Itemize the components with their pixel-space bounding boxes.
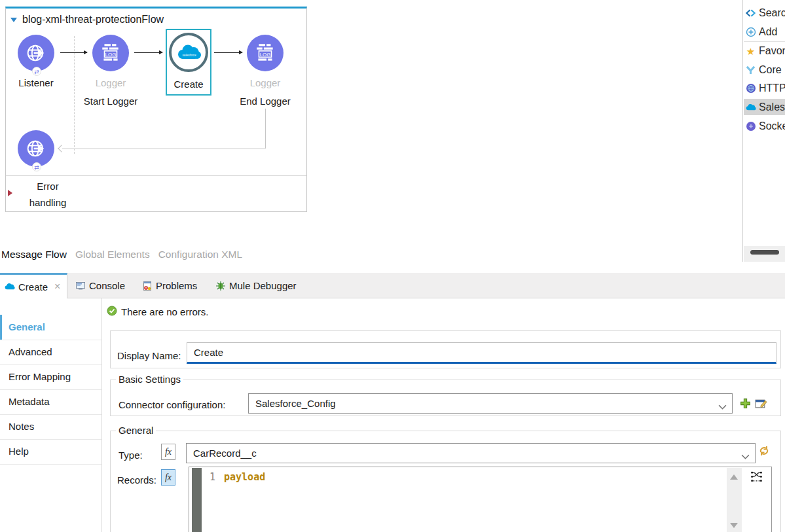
records-fx-toggle[interactable]: fx bbox=[161, 469, 175, 486]
chevron-down-icon bbox=[718, 401, 727, 412]
display-name-label: Display Name: bbox=[117, 350, 181, 361]
salesforce-cloud-icon: salesforce bbox=[175, 43, 202, 62]
nav-item-error-mapping[interactable]: Error Mapping bbox=[0, 364, 101, 389]
listener-node[interactable] bbox=[18, 35, 54, 71]
return-connector-line bbox=[265, 109, 266, 149]
tab-console[interactable]: Console bbox=[75, 280, 125, 291]
nav-item-help[interactable]: Help bbox=[0, 439, 101, 464]
logger-icon: LOG bbox=[253, 41, 277, 65]
salesforce-icon bbox=[4, 283, 15, 291]
palette-item-add-modules[interactable]: Add bbox=[745, 24, 785, 40]
refresh-icon bbox=[758, 445, 770, 457]
end-logger-node[interactable]: LOG bbox=[247, 35, 283, 71]
palette-item-search[interactable]: Search bbox=[745, 5, 785, 21]
tab-message-flow[interactable]: Message Flow bbox=[1, 249, 67, 260]
no-errors-icon bbox=[107, 306, 117, 316]
flow-arrow bbox=[214, 52, 242, 53]
tab-configuration-xml[interactable]: Configuration XML bbox=[158, 249, 242, 260]
nav-item-metadata[interactable]: Metadata bbox=[0, 389, 101, 414]
flow-arrow bbox=[60, 52, 87, 53]
records-label: Records: bbox=[117, 474, 156, 486]
tab-create[interactable]: Create × bbox=[0, 273, 67, 298]
nav-item-general[interactable]: General bbox=[0, 315, 101, 340]
records-expression-editor[interactable]: 1 payload bbox=[189, 467, 772, 532]
svg-text:LOG: LOG bbox=[260, 52, 271, 58]
flow-header: blog-xml-threat-protectionFlow bbox=[10, 14, 164, 26]
palette-scrollbar-track[interactable] bbox=[744, 246, 785, 262]
globe-arrow-icon bbox=[24, 137, 48, 160]
tab-mule-debugger[interactable]: Mule Debugger bbox=[215, 280, 297, 291]
svg-text:LOG: LOG bbox=[105, 52, 117, 58]
palette-divider bbox=[742, 0, 743, 262]
type-select[interactable]: CarRecord__c bbox=[186, 443, 756, 463]
flow-view-tabs: Message Flow Global Elements Configurati… bbox=[1, 249, 242, 260]
palette-item-favorites[interactable]: ★ Favorites bbox=[745, 43, 785, 59]
logger-icon: LOG bbox=[99, 41, 122, 65]
general-group: General Type: fx CarRecord__c Records: f… bbox=[110, 431, 781, 532]
bug-icon bbox=[215, 281, 226, 291]
end-logger-label: Logger bbox=[236, 77, 295, 88]
basic-settings-group: Basic Settings Connector configuration: … bbox=[110, 380, 781, 416]
palette-item-sockets[interactable]: Sockets bbox=[745, 118, 785, 134]
error-handling-expand-icon[interactable] bbox=[8, 190, 12, 196]
connector-configuration-value: Salesforce_Config bbox=[255, 398, 336, 409]
editor-line-number: 1 bbox=[210, 471, 215, 483]
nav-item-notes[interactable]: Notes bbox=[0, 414, 101, 439]
end-logger-sublabel: End Logger bbox=[230, 96, 300, 107]
response-endpoint-node[interactable] bbox=[18, 130, 54, 167]
error-handling-divider bbox=[6, 175, 306, 176]
create-node[interactable]: salesforce bbox=[169, 33, 208, 72]
create-node-selection[interactable]: salesforce Create bbox=[166, 29, 211, 96]
plus-icon bbox=[740, 398, 751, 409]
scroll-down-icon[interactable] bbox=[730, 523, 738, 528]
scroll-up-icon[interactable] bbox=[730, 474, 738, 480]
search-icon bbox=[745, 8, 756, 19]
flow-title: blog-xml-threat-protectionFlow bbox=[22, 14, 164, 26]
display-name-input[interactable] bbox=[187, 342, 776, 364]
open-dataweave-button[interactable] bbox=[750, 470, 763, 485]
palette-scrollbar-handle[interactable] bbox=[750, 250, 779, 255]
tab-create-label: Create bbox=[18, 281, 48, 293]
nav-item-advanced[interactable]: Advanced bbox=[0, 340, 101, 364]
core-icon bbox=[745, 65, 756, 76]
editor-gutter bbox=[192, 468, 202, 532]
create-node-label: Create bbox=[159, 79, 218, 90]
refresh-metadata-button[interactable] bbox=[758, 445, 770, 459]
tab-global-elements[interactable]: Global Elements bbox=[75, 249, 150, 260]
display-name-group: Display Name: bbox=[110, 330, 781, 368]
palette-item-salesforce[interactable]: Salesforce bbox=[745, 99, 785, 115]
edit-configuration-button[interactable] bbox=[755, 397, 767, 412]
nav-divider bbox=[101, 298, 102, 532]
connector-configuration-label: Connector configuration: bbox=[119, 399, 225, 410]
chevron-down-icon bbox=[741, 451, 750, 462]
general-legend: General bbox=[116, 425, 156, 436]
type-label: Type: bbox=[119, 450, 143, 461]
globe-arrow-icon bbox=[24, 41, 48, 65]
anypoint-studio-window: blog-xml-threat-protectionFlow ⇄ Listene… bbox=[0, 0, 785, 532]
palette-item-http[interactable]: HTTP bbox=[745, 80, 785, 96]
collapse-flow-icon[interactable] bbox=[10, 18, 17, 22]
start-logger-label: Logger bbox=[81, 77, 140, 88]
flow-arrow bbox=[134, 52, 162, 53]
editor-scrollbar-track[interactable] bbox=[727, 468, 742, 532]
basic-settings-legend: Basic Settings bbox=[116, 374, 183, 385]
error-handling-line2: handling bbox=[16, 194, 79, 211]
palette-separator bbox=[744, 41, 785, 42]
sockets-icon bbox=[745, 121, 756, 132]
type-fx-toggle[interactable]: fx bbox=[161, 444, 175, 460]
connector-configuration-select[interactable]: Salesforce_Config bbox=[248, 393, 733, 414]
close-icon[interactable]: × bbox=[54, 281, 60, 292]
edit-config-icon bbox=[755, 397, 767, 410]
add-configuration-button[interactable] bbox=[740, 398, 751, 411]
start-logger-sublabel: Start Logger bbox=[75, 96, 147, 107]
problems-icon bbox=[142, 281, 153, 291]
listener-label: Listener bbox=[7, 77, 65, 88]
error-handling-label: Error handling bbox=[16, 178, 79, 211]
tab-problems[interactable]: Problems bbox=[142, 280, 197, 291]
type-value: CarRecord__c bbox=[193, 448, 257, 459]
palette-item-core[interactable]: Core bbox=[745, 62, 785, 78]
console-icon bbox=[75, 281, 86, 291]
start-logger-node[interactable]: LOG bbox=[92, 35, 129, 71]
response-badge-icon: ⇄ bbox=[32, 162, 41, 171]
return-connector-line bbox=[62, 149, 265, 149]
